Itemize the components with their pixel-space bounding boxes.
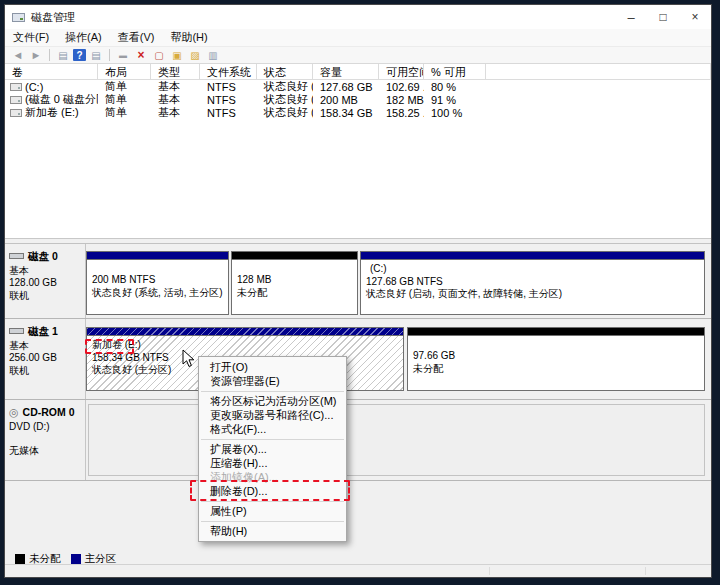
col-capacity[interactable]: 容量 (313, 64, 379, 79)
primary-partition-swatch (71, 554, 81, 564)
forward-icon[interactable]: ► (28, 48, 44, 62)
volume-table-header: 卷 布局 类型 文件系统 状态 容量 可用空间 % 可用 (5, 64, 711, 80)
col-empty (486, 64, 711, 79)
pointer-icon[interactable]: ▬ (115, 48, 131, 62)
partition-color-bar (361, 252, 704, 260)
minimize-button[interactable]: – (615, 5, 647, 29)
title-bar: 磁盘管理 – □ × (5, 5, 711, 29)
label-separator (85, 400, 86, 480)
window-controls: – □ × (615, 5, 711, 29)
format-icon[interactable]: ▢ (151, 48, 167, 62)
disk-icon (9, 253, 24, 259)
disk0-unallocated[interactable]: 128 MB 未分配 (231, 251, 358, 315)
partition-color-bar (408, 328, 704, 336)
volume-row-e[interactable]: 新加卷 (E:) 简单 基本 NTFS 状态良好 (... 158.34 GB … (5, 106, 711, 119)
menu-item-format[interactable]: 格式化(F)... (199, 422, 346, 436)
menu-item-open[interactable]: 打开(O) (199, 360, 346, 374)
menu-item-add-mirror: 添加镜像(A)... (199, 470, 346, 484)
col-free-space[interactable]: 可用空间 (379, 64, 424, 79)
properties-panel-icon[interactable]: ▤ (88, 48, 104, 62)
menu-item-shrink-volume[interactable]: 压缩卷(H)... (199, 456, 346, 470)
disk-management-window: 磁盘管理 – □ × 文件(F) 操作(A) 查看(V) 帮助(H) ◄ ► ▤… (4, 4, 712, 578)
volume-icon (10, 109, 22, 117)
back-icon[interactable]: ◄ (10, 48, 26, 62)
menu-bar: 文件(F) 操作(A) 查看(V) 帮助(H) (5, 29, 711, 47)
close-button[interactable]: × (679, 5, 711, 29)
statusbar-separator (489, 567, 490, 575)
cdrom-media-area[interactable] (88, 404, 705, 476)
menu-separator (201, 391, 344, 392)
col-status[interactable]: 状态 (257, 64, 313, 79)
menu-help[interactable]: 帮助(H) (162, 29, 215, 46)
status-bar (5, 564, 711, 577)
unallocated-swatch (15, 554, 25, 564)
partition-color-bar (87, 328, 403, 336)
cd-rom-icon: ◎ (9, 408, 19, 416)
col-type[interactable]: 类型 (151, 64, 200, 79)
volume-icon (10, 96, 22, 104)
details-view-icon[interactable]: ▥ (205, 48, 221, 62)
menu-view[interactable]: 查看(V) (110, 29, 163, 46)
menu-separator (201, 439, 344, 440)
disk-0-label[interactable]: 磁盘 0 基本 128.00 GB 联机 (9, 250, 84, 302)
toolbar: ◄ ► ▤ ? ▤ ▬ × ▢ ▣ ▨ ▥ (5, 47, 711, 64)
statusbar-separator (645, 567, 646, 575)
toolbar-separator (109, 49, 110, 61)
col-layout[interactable]: 布局 (98, 64, 151, 79)
disk-1-label[interactable]: 磁盘 1 基本 256.00 GB 联机 (9, 325, 84, 377)
toolbar-separator (49, 49, 50, 61)
volume-list-pane: 卷 布局 类型 文件系统 状态 容量 可用空间 % 可用 (C:) 简单 基本 … (5, 64, 711, 239)
disk1-unallocated[interactable]: 97.66 GB 未分配 (407, 327, 705, 391)
menu-item-properties[interactable]: 属性(P) (199, 504, 346, 518)
disk-0-row: 磁盘 0 基本 128.00 GB 联机 200 MB NTFS 状态良好 (系… (5, 243, 711, 319)
disk0-partition-system[interactable]: 200 MB NTFS 状态良好 (系统, 活动, 主分区) (86, 251, 229, 315)
menu-action[interactable]: 操作(A) (57, 29, 110, 46)
menu-item-change-drive-letter[interactable]: 更改驱动器号和路径(C)... (199, 408, 346, 422)
menu-separator (201, 521, 344, 522)
open-folder-icon[interactable]: ▨ (187, 48, 203, 62)
menu-file[interactable]: 文件(F) (5, 29, 57, 46)
menu-item-explorer[interactable]: 资源管理器(E) (199, 374, 346, 388)
window-title: 磁盘管理 (31, 10, 75, 25)
disk-icon (9, 328, 24, 334)
partition-color-bar (232, 252, 357, 260)
graphical-view-pane: 磁盘 0 基本 128.00 GB 联机 200 MB NTFS 状态良好 (系… (5, 239, 711, 565)
menu-item-help[interactable]: 帮助(H) (199, 524, 346, 538)
new-volume-icon[interactable]: ▣ (169, 48, 185, 62)
menu-separator (201, 501, 344, 502)
context-menu: 打开(O) 资源管理器(E) 将分区标记为活动分区(M) 更改驱动器号和路径(C… (198, 356, 347, 542)
menu-item-delete-volume[interactable]: 删除卷(D)... (199, 484, 346, 498)
col-filesystem[interactable]: 文件系统 (200, 64, 257, 79)
cdrom-0-row: ◎CD-ROM 0 DVD (D:) 无媒体 (5, 400, 711, 481)
maximize-button[interactable]: □ (647, 5, 679, 29)
desktop: { "colors": { "primary": "#00008b", "una… (0, 0, 720, 585)
cdrom-0-label[interactable]: ◎CD-ROM 0 DVD (D:) 无媒体 (9, 406, 84, 458)
help-icon[interactable]: ? (73, 49, 86, 61)
partition-color-bar (87, 252, 228, 260)
disk-1-row: 磁盘 1 基本 256.00 GB 联机 新加卷 (E:) 158.34 GB … (5, 319, 711, 400)
col-percent-free[interactable]: % 可用 (424, 64, 486, 79)
volume-icon (10, 83, 22, 91)
menu-item-extend-volume[interactable]: 扩展卷(X)... (199, 442, 346, 456)
col-volume[interactable]: 卷 (5, 64, 98, 79)
disk0-partition-c[interactable]: (C:) 127.68 GB NTFS 状态良好 (启动, 页面文件, 故障转储… (360, 251, 705, 315)
menu-item-mark-active[interactable]: 将分区标记为活动分区(M) (199, 394, 346, 408)
console-tree-icon[interactable]: ▤ (55, 48, 71, 62)
delete-volume-icon[interactable]: × (133, 48, 149, 62)
disk-management-app-icon (12, 13, 25, 22)
